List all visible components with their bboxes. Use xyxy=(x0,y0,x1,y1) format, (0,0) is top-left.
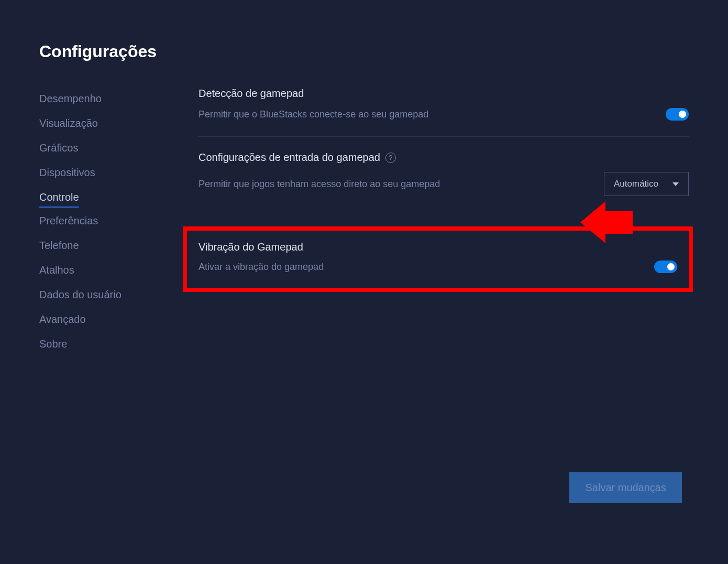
section-title-gamepad-input: Configurações de entrada do gamepad ? xyxy=(198,151,689,164)
sidebar-item-graficos[interactable]: Gráficos xyxy=(39,137,78,159)
sidebar-item-desempenho[interactable]: Desempenho xyxy=(39,88,102,110)
sidebar-item-dispositivos[interactable]: Dispositivos xyxy=(39,161,95,184)
toggle-gamepad-detection[interactable] xyxy=(666,108,689,121)
sidebar-item-dados-usuario[interactable]: Dados do usuário xyxy=(39,284,122,306)
section-gamepad-detection: Detecção de gamepad Permitir que o BlueS… xyxy=(198,88,689,137)
dropdown-selected-value: Automático xyxy=(614,179,658,189)
section-desc-gamepad-detection: Permitir que o BlueStacks conecte-se ao … xyxy=(198,109,428,120)
sidebar-item-controle[interactable]: Controle xyxy=(39,186,79,208)
arrow-annotation-icon xyxy=(580,201,633,243)
section-desc-gamepad-vibration: Ativar a vibração do gamepad xyxy=(198,262,324,273)
help-icon[interactable]: ? xyxy=(385,153,396,163)
dropdown-gamepad-input-mode[interactable]: Automático xyxy=(604,172,689,196)
save-button[interactable]: Salvar mudanças xyxy=(569,472,682,503)
sidebar-item-atalhos[interactable]: Atalhos xyxy=(39,259,74,281)
toggle-gamepad-vibration[interactable] xyxy=(654,261,677,273)
sidebar-item-sobre[interactable]: Sobre xyxy=(39,333,67,355)
sidebar-item-avancado[interactable]: Avançado xyxy=(39,308,86,331)
section-desc-gamepad-input: Permitir que jogos tenham acesso direto … xyxy=(198,179,440,190)
section-title-text-gamepad-input: Configurações de entrada do gamepad xyxy=(198,151,380,164)
section-title-gamepad-detection: Detecção de gamepad xyxy=(198,88,689,100)
sidebar-item-visualizacao[interactable]: Visualização xyxy=(39,112,98,135)
sidebar-item-telefone[interactable]: Telefone xyxy=(39,234,79,257)
sidebar-item-preferencias[interactable]: Preferências xyxy=(39,210,98,232)
page-title: Configurações xyxy=(39,42,689,61)
sidebar: Desempenho Visualização Gráficos Disposi… xyxy=(39,88,171,357)
chevron-down-icon xyxy=(672,182,679,186)
